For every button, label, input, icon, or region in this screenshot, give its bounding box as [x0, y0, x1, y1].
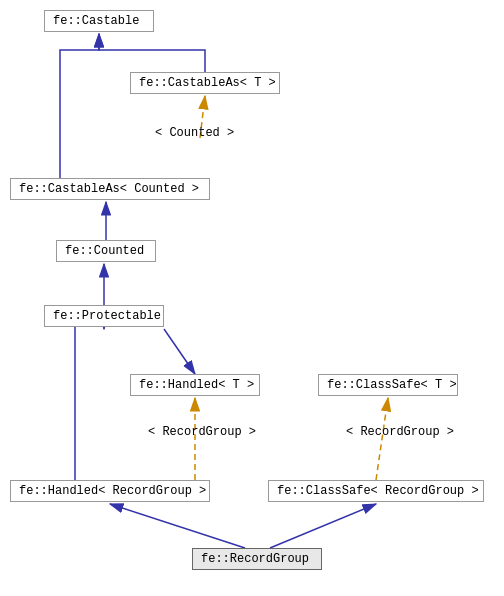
arrow-castableAsCounted-to-castable — [60, 34, 99, 190]
node-castableAsCounted: fe::CastableAs< Counted > — [10, 178, 210, 200]
node-protectable: fe::Protectable — [44, 305, 164, 327]
node-castable: fe::Castable — [44, 10, 154, 32]
recordgroup-template-label-2: < RecordGroup > — [346, 425, 454, 439]
node-recordGroup: fe::RecordGroup — [192, 548, 322, 570]
arrow-handledRG-to-protectable — [75, 317, 104, 480]
node-handledRecordGroup: fe::Handled< RecordGroup > — [10, 480, 210, 502]
recordgroup-template-label-1: < RecordGroup > — [148, 425, 256, 439]
node-counted: fe::Counted — [56, 240, 156, 262]
node-classSafeRecordGroup: fe::ClassSafe< RecordGroup > — [268, 480, 484, 502]
arrow-castableAsT-to-castable — [99, 34, 205, 72]
arrow-recordGroup-to-classSafeRG — [270, 504, 376, 548]
node-castableAsT: fe::CastableAs< T > — [130, 72, 280, 94]
arrow-protectable-to-handledT — [164, 329, 195, 374]
counted-template-label: < Counted > — [155, 126, 234, 140]
node-classSafeT: fe::ClassSafe< T > — [318, 374, 458, 396]
arrow-recordGroup-to-handledRG — [110, 504, 245, 548]
arrow-classSafeRG-to-classSafeT — [376, 398, 388, 480]
node-handledT: fe::Handled< T > — [130, 374, 260, 396]
